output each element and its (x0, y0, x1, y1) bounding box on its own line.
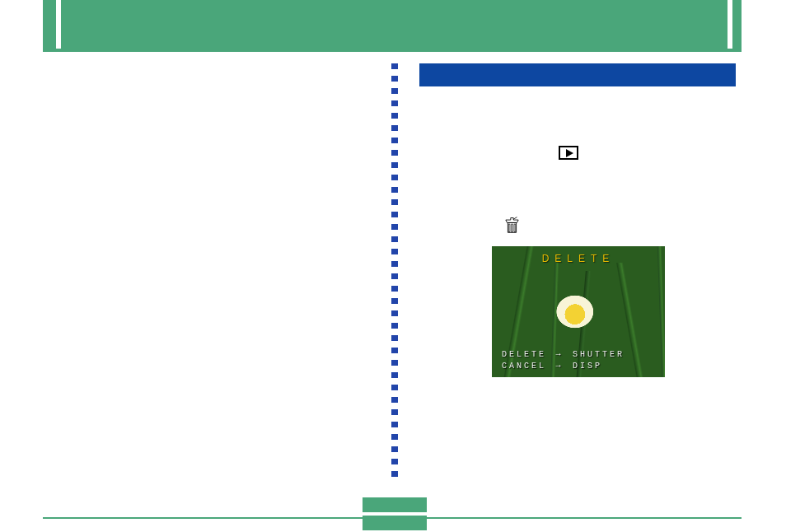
screen-row-left: DELETE (502, 350, 546, 359)
play-triangle-icon (566, 149, 573, 157)
arrow-icon: → (554, 361, 565, 372)
header-bar-inner (56, 0, 732, 49)
screen-row-cancel: CANCEL → DISP (502, 361, 655, 372)
trash-icon (505, 216, 519, 234)
playback-icon (559, 146, 578, 160)
screen-row-right: DISP (573, 362, 602, 371)
screen-title: DELETE (492, 253, 665, 264)
vertical-divider (391, 63, 398, 480)
screen-instructions: DELETE → SHUTTER CANCEL → DISP (492, 349, 665, 372)
page-tab (363, 497, 427, 530)
screen-row-left: CANCEL (502, 362, 546, 371)
screen-row-right: SHUTTER (573, 350, 625, 359)
camera-lcd-preview: DELETE DELETE → SHUTTER CANCEL → DISP (492, 246, 665, 377)
section-heading-bar (414, 63, 742, 86)
arrow-icon: → (554, 349, 565, 361)
screen-row-delete: DELETE → SHUTTER (502, 349, 655, 361)
